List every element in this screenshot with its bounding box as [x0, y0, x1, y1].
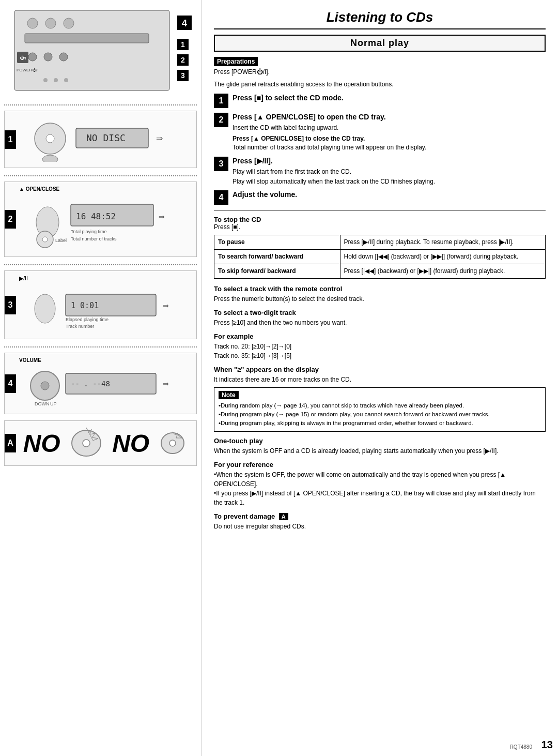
svg-text:⇒: ⇒	[163, 380, 169, 388]
svg-point-23	[46, 134, 54, 143]
normal-play-label: Normal play	[350, 38, 409, 48]
table-action-0: To pause	[214, 235, 340, 250]
two-digit-text: Press [≥10] and then the two numbers you…	[214, 318, 546, 327]
svg-text:Total playing time: Total playing time	[71, 229, 107, 234]
svg-text:4: 4	[182, 18, 187, 28]
note-item-1: •During program play (→ page 15) or rand…	[219, 410, 541, 419]
step2-number: 2	[214, 113, 228, 127]
rqt-number: RQT4880	[510, 744, 532, 750]
svg-text:POWER⏻/I: POWER⏻/I	[17, 68, 39, 72]
remote-control-section: To select a track with the remote contro…	[214, 285, 546, 360]
svg-text:DOWN: DOWN	[35, 401, 50, 406]
svg-text:16  48:52: 16 48:52	[76, 211, 116, 221]
display-note-title: When "≥" appears on the display	[214, 366, 546, 373]
volume-label: VOLUME	[19, 357, 192, 363]
display-note-section: When "≥" appears on the display It indic…	[214, 366, 546, 384]
stop-cd-title: To stop the CD	[214, 216, 546, 223]
open-close-label: ▲ OPEN/CLOSE	[19, 186, 192, 192]
display-note-text: It indicates there are 16 or more tracks…	[214, 375, 546, 384]
step4-main: Adjust the volume.	[233, 190, 297, 200]
right-panel: Listening to CDs Normal play Preparation…	[202, 0, 558, 756]
info-table-body: To pause Press [▶/II] during playback. T…	[214, 235, 546, 278]
one-touch-section: One-touch play When the system is OFF an…	[214, 437, 546, 456]
svg-point-1	[27, 18, 38, 28]
step3: 3 Press [▶/II]. Play will start from the…	[214, 156, 546, 186]
svg-text:⇒: ⇒	[156, 134, 163, 143]
svg-text:Track number: Track number	[66, 324, 94, 329]
step3-illustration: 1 0:01 ⇒ Elapsed playing time Track numb…	[19, 284, 190, 333]
step3-number: 3	[214, 157, 228, 171]
stop-cd-section: To stop the CD Press [■].	[214, 216, 546, 231]
stop-cd-text: Press [■].	[214, 223, 546, 231]
left-panel: ⏻/I POWER⏻/I 4 1 2 3 1 NO DISC ⇒	[0, 0, 202, 756]
svg-point-8	[43, 78, 48, 82]
svg-point-2	[45, 18, 56, 28]
page-number: 13	[541, 739, 553, 751]
table-action-2: To skip forward/ backward	[214, 264, 340, 278]
note-item-0: •During random play (→ page 14), you can…	[219, 401, 541, 410]
step3-panel: 3 ▶/II 1 0:01 ⇒ Elapsed playing time Tra…	[4, 270, 197, 339]
table-row: To search forward/ backward Hold down [|…	[214, 250, 546, 264]
step4-number: 4	[214, 190, 228, 205]
svg-text:⇒: ⇒	[163, 301, 169, 310]
step3-main: Press [▶/II].	[233, 156, 435, 167]
two-digit-title: To select a two-digit track	[214, 309, 546, 316]
svg-point-35	[42, 237, 48, 242]
svg-text:Total number of tracks: Total number of tracks	[71, 236, 117, 241]
info-table: To pause Press [▶/II] during playback. T…	[214, 235, 546, 278]
for-reference-title: For your reference	[214, 461, 546, 468]
step2-main: Press [▲ OPEN/CLOSE] to open the CD tray…	[233, 112, 426, 123]
svg-rect-4	[25, 34, 149, 43]
a-badge: A	[5, 434, 16, 452]
table-action-1: To search forward/ backward	[214, 250, 340, 264]
step4-badge: 4	[5, 374, 16, 393]
svg-point-9	[54, 78, 58, 82]
no-text-right: NO	[112, 429, 149, 458]
step3-badge: 3	[5, 296, 16, 314]
device-top-illustration: ⏻/I POWER⏻/I 4 1 2 3	[4, 5, 195, 96]
step4-illustration: -- . --48 ⇒ DOWN UP	[19, 364, 190, 408]
table-row: To skip forward/ backward Press [|◀◀] (b…	[214, 264, 546, 278]
table-row: To pause Press [▶/II] during playback. T…	[214, 235, 546, 250]
svg-text:3: 3	[181, 71, 185, 80]
svg-text:NO DISC: NO DISC	[86, 132, 126, 143]
step2: 2 Press [▲ OPEN/CLOSE] to open the CD tr…	[214, 112, 546, 152]
step4: 4 Adjust the volume.	[214, 190, 546, 205]
prevent-damage-badge: A	[279, 513, 288, 520]
no-disc-section: A NO NO	[4, 420, 197, 466]
svg-text:⇒: ⇒	[159, 213, 165, 221]
table-instruction-0: Press [▶/II] during playback. To resume …	[340, 235, 545, 250]
prep-text2: The glide panel retracts enabling access…	[214, 80, 546, 89]
svg-text:2: 2	[181, 56, 185, 64]
note-body: •During random play (→ page 14), you can…	[219, 401, 541, 428]
svg-point-24	[42, 155, 58, 162]
svg-point-5	[28, 53, 37, 61]
svg-text:-- .  --48: -- . --48	[71, 380, 110, 388]
prevent-damage-title: To prevent damage A	[214, 512, 546, 520]
step1-panel: 1 NO DISC ⇒	[4, 111, 197, 168]
svg-point-44	[41, 382, 49, 390]
remote-control-title: To select a track with the remote contro…	[214, 285, 546, 293]
remote-control-text: Press the numeric button(s) to select th…	[214, 294, 546, 304]
svg-point-3	[64, 18, 74, 28]
divider1	[214, 210, 546, 210]
step1-number: 1	[214, 94, 228, 108]
step3-sub: Play will start from the first track on …	[233, 168, 435, 176]
note-label: Note	[219, 391, 239, 399]
step2-badge: 2	[5, 210, 16, 229]
prevent-damage-section: To prevent damage A Do not use irregular…	[214, 512, 546, 531]
step1-badge: 1	[5, 130, 16, 149]
example-title: For example	[214, 332, 546, 340]
step2-panel: 2 ▲ OPEN/CLOSE 16 48:52 ⇒ Total playing …	[4, 182, 197, 257]
svg-text:Elapsed playing time: Elapsed playing time	[66, 317, 109, 322]
svg-point-54	[169, 440, 176, 446]
note-box: Note •During random play (→ page 14), yo…	[214, 387, 546, 432]
page-title: Listening to CDs	[214, 9, 546, 29]
svg-text:UP: UP	[50, 401, 57, 406]
svg-point-37	[35, 294, 55, 323]
svg-text:Label: Label	[55, 238, 67, 243]
prep-text1: Press [POWER⏻/I].	[214, 67, 546, 77]
table-instruction-2: Press [|◀◀] (backward) or [▶▶|] (forward…	[340, 264, 545, 278]
play-pause-label: ▶/II	[19, 275, 28, 281]
svg-text:1   0:01: 1 0:01	[71, 301, 99, 310]
